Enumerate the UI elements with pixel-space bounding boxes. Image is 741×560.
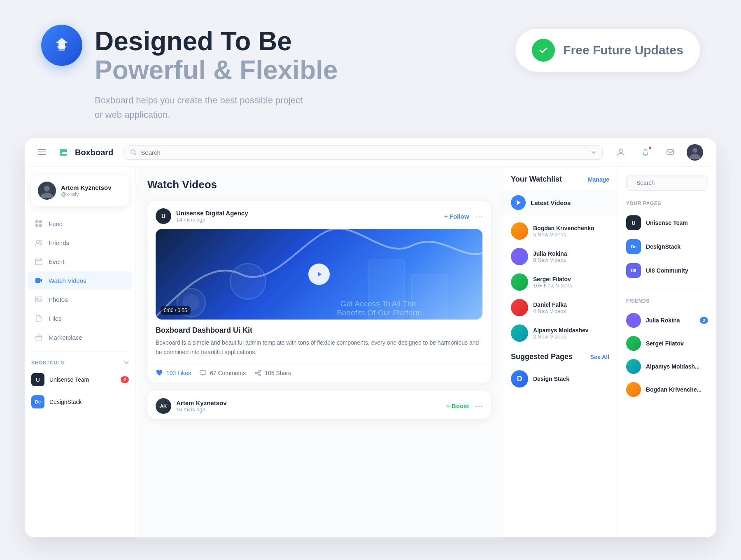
likes-stat[interactable]: 103 Likes	[156, 369, 191, 377]
right-search-bar[interactable]	[626, 175, 708, 191]
content-header: Watch Videos	[147, 178, 491, 191]
shares-stat[interactable]: 105 Share	[254, 369, 291, 377]
sidebar-item-friends[interactable]: Friends	[28, 233, 132, 252]
more-options-2[interactable]: ···	[475, 401, 482, 411]
shortcut-unisense[interactable]: U Unisense Team 2	[25, 369, 135, 390]
friend-item-0[interactable]: Julia Rokina 2	[626, 310, 708, 331]
notifications-btn[interactable]	[637, 144, 654, 161]
svg-point-10	[44, 186, 50, 191]
sidebar-item-files[interactable]: Files	[28, 309, 132, 327]
watchlist-item-2[interactable]: Sergei Filatov 10+ New Videos	[503, 269, 618, 295]
watchlist-info-2: Sergei Filatov 10+ New Videos	[533, 276, 572, 289]
svg-rect-0	[38, 149, 46, 150]
app-name: Boxboard	[75, 148, 113, 157]
watchlist-item-3[interactable]: Daniel Falka 4 New Videos	[503, 295, 618, 320]
profile-info: Artem Kyznetsov @k4aly	[61, 184, 112, 197]
svg-rect-1	[38, 152, 46, 152]
publisher-name-1: Unisense Digital Agency	[176, 210, 248, 217]
sidebar-item-marketplace[interactable]: Marketplace	[28, 328, 132, 346]
friend-item-2[interactable]: Alpamys Moldash...	[626, 356, 708, 377]
publisher-icon-1: U	[156, 208, 171, 224]
badge-label: Free Future Updates	[563, 43, 683, 57]
unisense-label: Unisense Team	[49, 376, 89, 383]
unisense-badge: 2	[121, 376, 129, 383]
more-options-1[interactable]: ···	[475, 212, 482, 221]
hero-logo-icon	[41, 25, 82, 66]
boost-button-2[interactable]: + Boost	[446, 402, 469, 409]
card-actions-2: + Boost ···	[446, 401, 482, 411]
watchlist-item-4[interactable]: Alpamys Moldashev 2 New Videos	[503, 320, 618, 346]
video-card-header-2: AK Artem Kyznetsov 16 mins ago + Boost ·…	[147, 391, 491, 419]
right-search-input[interactable]	[636, 180, 708, 186]
watchlist-avatar-0	[511, 222, 528, 240]
sidebar-item-photos[interactable]: Photos	[28, 290, 132, 308]
friend-avatar-1	[626, 336, 641, 351]
sidebar-item-feed[interactable]: Feed	[28, 215, 132, 233]
svg-rect-11	[35, 220, 38, 223]
friend-name-3: Bogdan Krivenche...	[646, 386, 708, 393]
publisher-time-2: 16 mins ago	[176, 406, 227, 413]
watchlist-name-3: Daniel Falka	[533, 301, 567, 308]
page-item-unisense[interactable]: U Unisense Team	[626, 212, 708, 233]
nav-icon-group	[613, 144, 703, 161]
friend-name-0: Julia Rokina	[646, 317, 695, 324]
friend-avatar-3	[626, 382, 641, 397]
photos-label: Photos	[49, 296, 68, 303]
card-actions-1: + Follow ···	[444, 212, 482, 221]
manage-link[interactable]: Manage	[588, 176, 609, 183]
svg-point-24	[230, 264, 266, 299]
your-pages-label: YOUR PAGES	[626, 201, 708, 206]
shortcut-designstack[interactable]: De DesignStack	[25, 391, 135, 413]
hero-left: Designed To Be Powerful & Flexible Boxbo…	[41, 25, 338, 122]
sidebar-item-watch-videos[interactable]: Watch Videos	[28, 271, 132, 289]
play-button-1[interactable]	[308, 264, 330, 285]
messages-btn[interactable]	[662, 144, 678, 161]
page-item-ui8[interactable]: U8 UI8 Community	[626, 260, 708, 281]
friend-name-1: Sergei Filatov	[646, 340, 708, 347]
user-avatar-btn[interactable]	[687, 144, 703, 161]
files-label: Files	[49, 315, 62, 322]
nav-search-bar[interactable]	[123, 145, 603, 160]
watchlist-item-0[interactable]: Bogdan Krivenchenko 5 New Videos	[503, 218, 618, 244]
publisher-details-2: Artem Kyznetsov 16 mins ago	[176, 399, 227, 413]
shortcuts-label: SHORTCUTS	[31, 360, 64, 366]
shortcuts-chevron	[124, 361, 129, 364]
publisher-time-1: 14 mins ago	[176, 217, 248, 223]
watchlist-panel: Your Watchlist Manage Latest Videos Bogd…	[502, 167, 618, 537]
page-item-designstack[interactable]: De DesignStack	[626, 236, 708, 257]
svg-rect-13	[35, 224, 38, 227]
watchlist-latest[interactable]: Latest Videos	[503, 190, 618, 215]
nav-search-icon	[130, 149, 137, 156]
watch-videos-label: Watch Videos	[49, 277, 86, 284]
sidebar-navigation: Feed Friends Event	[25, 215, 135, 346]
see-all-link[interactable]: See All	[590, 354, 609, 360]
watchlist-item-1[interactable]: Julia Rokina 8 New Videos	[503, 244, 618, 269]
user-icon-btn[interactable]	[613, 144, 629, 161]
friend-item-3[interactable]: Bogdan Krivenche...	[626, 379, 708, 400]
profile-avatar	[38, 182, 56, 200]
hamburger-menu[interactable]	[38, 148, 46, 157]
watchlist-name-0: Bogdan Krivenchenko	[533, 225, 594, 231]
publisher-info-2: AK Artem Kyznetsov 16 mins ago	[156, 398, 227, 414]
comments-stat[interactable]: 67 Comments	[199, 369, 246, 377]
suggested-item-0[interactable]: D Design Stack	[503, 366, 618, 392]
watchlist-count-1: 8 New Videos	[533, 257, 567, 263]
app-mockup: Boxboard	[25, 138, 716, 537]
logo: Boxboard	[56, 145, 113, 160]
video-footer-1: 103 Likes 67 Comments 105 Share	[147, 363, 491, 383]
friend-item-1[interactable]: Sergei Filatov	[626, 333, 708, 354]
feed-icon	[35, 219, 43, 228]
video-thumbnail-1[interactable]: Get Access To All The Benefits Of Our Pl…	[156, 229, 482, 320]
svg-rect-12	[39, 220, 42, 223]
video-card-2: AK Artem Kyznetsov 16 mins ago + Boost ·…	[147, 391, 491, 419]
watchlist-avatar-2	[511, 273, 528, 291]
nav-search-input[interactable]	[141, 149, 587, 156]
follow-button-1[interactable]: + Follow	[444, 213, 469, 220]
sidebar-item-event[interactable]: Event	[28, 252, 132, 271]
video-title-1: Boxboard Dashboard Ui Kit	[156, 326, 482, 335]
notification-badge	[648, 146, 652, 150]
video-body-1: Boxboard Dashboard Ui Kit Boxboard is a …	[147, 320, 491, 363]
share-icon	[254, 369, 261, 377]
watchlist-name-4: Alpamys Moldashev	[533, 327, 589, 334]
sidebar-profile: Artem Kyznetsov @k4aly	[31, 175, 129, 206]
